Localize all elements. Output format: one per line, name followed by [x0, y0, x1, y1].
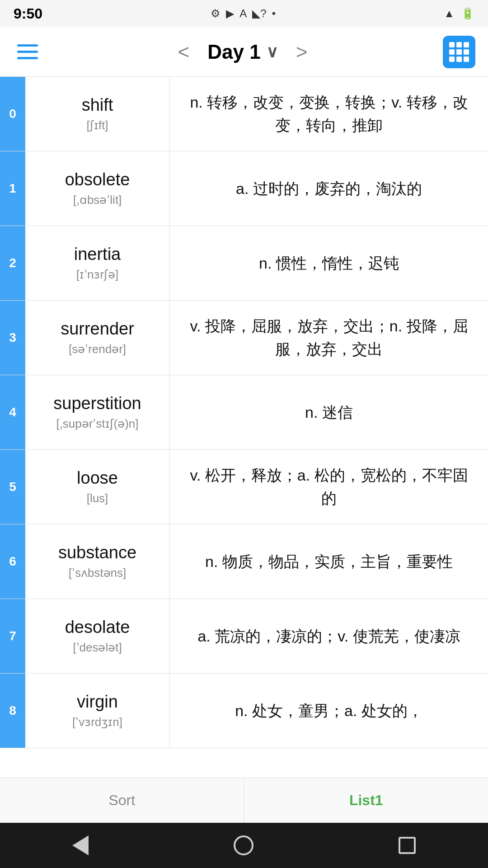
grid-view-button[interactable] [443, 36, 475, 68]
nav-home-button[interactable] [234, 835, 253, 855]
word-phonetic: [ˈsʌbstəns] [69, 566, 127, 580]
word-english: substance [58, 543, 136, 562]
nav-back-button[interactable] [72, 835, 89, 855]
tab-sort[interactable]: Sort [0, 778, 244, 823]
word-definition: v. 松开，释放；a. 松的，宽松的，不牢固的 [170, 450, 488, 524]
dot-icon: • [272, 7, 276, 20]
word-definition: v. 投降，屈服，放弃，交出；n. 投降，屈服，放弃，交出 [170, 301, 488, 375]
list1-label: List1 [349, 792, 383, 809]
word-phonetic: [lus] [87, 491, 108, 505]
font-icon: A [239, 7, 247, 20]
word-phonetic: [ʃɪft] [87, 118, 108, 132]
word-col: virgin[ˈvɜrdʒɪn] [25, 674, 170, 748]
word-row[interactable]: 1obsolete[ˌɑbsəˈlit]a. 过时的，废弃的，淘汰的 [0, 151, 488, 226]
word-list: 0shift[ʃɪft]n. 转移，改变，变换，转换；v. 转移，改变，转向，推… [0, 77, 488, 778]
word-phonetic: [ˌɑbsəˈlit] [73, 193, 122, 207]
day-title-text: Day 1 [207, 41, 260, 63]
word-index: 1 [0, 151, 25, 226]
toolbar: < Day 1 ∨ > [0, 27, 488, 77]
word-row[interactable]: 0shift[ʃɪft]n. 转移，改变，变换，转换；v. 转移，改变，转向，推… [0, 77, 488, 151]
chevron-down-icon: ∨ [266, 42, 278, 61]
word-phonetic: [ˌsupərˈstɪʃ(ə)n] [56, 417, 138, 431]
word-row[interactable]: 5loose[lus]v. 松开，释放；a. 松的，宽松的，不牢固的 [0, 450, 488, 524]
settings-icon: ⚙ [211, 7, 221, 20]
word-definition: n. 物质，物品，实质，主旨，重要性 [170, 524, 488, 599]
word-index: 3 [0, 301, 25, 375]
word-english: obsolete [65, 170, 130, 189]
status-time: 9:50 [14, 5, 42, 22]
word-english: virgin [77, 692, 118, 712]
word-definition: a. 过时的，废弃的，淘汰的 [170, 151, 488, 226]
bottom-bar: Sort List1 [0, 778, 488, 823]
word-english: shift [82, 95, 113, 115]
play-icon: ▶ [226, 7, 234, 20]
menu-button[interactable] [13, 40, 42, 64]
word-row[interactable]: 8virgin[ˈvɜrdʒɪn]n. 处女，童男；a. 处女的， [0, 674, 488, 748]
word-index: 4 [0, 375, 25, 449]
word-index: 6 [0, 524, 25, 599]
word-english: inertia [74, 245, 121, 264]
word-english: superstition [53, 394, 141, 413]
word-col: loose[lus] [25, 450, 170, 524]
word-definition: n. 转移，改变，变换，转换；v. 转移，改变，转向，推卸 [170, 77, 488, 151]
menu-line-1 [17, 44, 38, 47]
prev-button[interactable]: < [174, 41, 194, 63]
day-title[interactable]: Day 1 ∨ [207, 41, 277, 63]
back-icon [72, 835, 89, 855]
word-index: 8 [0, 674, 25, 748]
menu-line-3 [17, 57, 38, 59]
menu-line-2 [17, 51, 38, 53]
nav-recent-button[interactable] [399, 837, 416, 854]
wifi-icon: ◣? [252, 7, 266, 20]
word-row[interactable]: 2inertia[ɪˈnɜrʃə]n. 惯性，惰性，迟钝 [0, 226, 488, 301]
word-phonetic: [səˈrendər] [69, 342, 126, 356]
word-col: superstition[ˌsupərˈstɪʃ(ə)n] [25, 375, 170, 449]
status-icons: ⚙ ▶ A ◣? • [211, 7, 276, 20]
next-button[interactable]: > [291, 41, 312, 63]
word-english: loose [77, 468, 118, 488]
grid-icon [449, 42, 469, 62]
word-col: obsolete[ˌɑbsəˈlit] [25, 151, 170, 226]
word-index: 7 [0, 599, 25, 673]
sort-label: Sort [108, 792, 135, 809]
word-col: inertia[ɪˈnɜrʃə] [25, 226, 170, 300]
status-bar: 9:50 ⚙ ▶ A ◣? • ▲ 🔋 [0, 0, 488, 27]
word-english: surrender [61, 319, 134, 339]
home-icon [234, 835, 253, 855]
word-definition: n. 迷信 [170, 375, 488, 449]
word-row[interactable]: 3surrender[səˈrendər]v. 投降，屈服，放弃，交出；n. 投… [0, 301, 488, 375]
word-index: 2 [0, 226, 25, 300]
word-phonetic: [ˈdesələt] [73, 641, 122, 655]
word-col: surrender[səˈrendər] [25, 301, 170, 375]
word-index: 5 [0, 450, 25, 524]
recent-icon [399, 837, 416, 854]
word-col: substance[ˈsʌbstəns] [25, 524, 170, 599]
android-nav-bar [0, 823, 488, 868]
word-index: 0 [0, 77, 25, 151]
word-col: shift[ʃɪft] [25, 77, 170, 151]
word-row[interactable]: 7desolate[ˈdesələt]a. 荒凉的，凄凉的；v. 使荒芜，使凄凉 [0, 599, 488, 674]
battery-icon: 🔋 [461, 7, 474, 20]
status-right: ▲ 🔋 [444, 7, 474, 20]
signal-icon: ▲ [444, 7, 455, 20]
word-phonetic: [ˈvɜrdʒɪn] [72, 715, 122, 729]
word-definition: a. 荒凉的，凄凉的；v. 使荒芜，使凄凉 [170, 599, 488, 673]
word-phonetic: [ɪˈnɜrʃə] [76, 268, 119, 282]
word-row[interactable]: 4superstition[ˌsupərˈstɪʃ(ə)n]n. 迷信 [0, 375, 488, 450]
word-col: desolate[ˈdesələt] [25, 599, 170, 673]
tab-list1[interactable]: List1 [244, 778, 488, 823]
toolbar-nav: < Day 1 ∨ > [174, 41, 312, 63]
word-definition: n. 惯性，惰性，迟钝 [170, 226, 488, 300]
word-definition: n. 处女，童男；a. 处女的， [170, 674, 488, 748]
word-english: desolate [65, 618, 130, 637]
word-row[interactable]: 6substance[ˈsʌbstəns]n. 物质，物品，实质，主旨，重要性 [0, 524, 488, 599]
